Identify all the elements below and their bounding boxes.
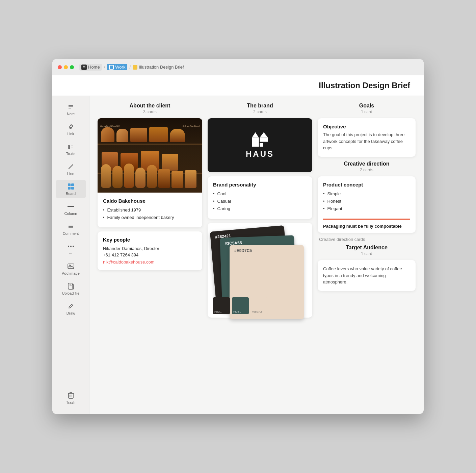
svg-rect-8	[68, 183, 71, 186]
sidebar-item-more[interactable]: ···	[56, 240, 86, 258]
draw-label: Draw	[67, 311, 75, 315]
minimize-button[interactable]	[64, 65, 68, 69]
sidebar-item-todo[interactable]: To-do	[56, 140, 86, 158]
brand-trait-2: Casual	[213, 198, 307, 204]
svg-rect-29	[252, 138, 259, 147]
svg-rect-9	[71, 183, 74, 186]
contact-name: Nikander Damianos, Director	[103, 246, 197, 251]
brief-label[interactable]: Illustration Design Brief	[139, 65, 184, 70]
brand-personality-title: Brand personality	[213, 182, 307, 188]
svg-marker-33	[260, 132, 268, 138]
todo-label: To-do	[66, 152, 76, 156]
work-label[interactable]: Work	[115, 65, 125, 70]
maximize-button[interactable]	[70, 65, 74, 69]
breadcrumb-work[interactable]: Work	[107, 64, 127, 70]
creative-direction-header: Creative direction 2 cards	[318, 161, 416, 172]
page-title-bar: Illustration Design Brief	[52, 75, 424, 96]
client-name: Caldo Bakehouse	[103, 198, 197, 204]
sidebar: Note Link	[52, 96, 89, 414]
color-swatches-card: #282421 #3C5A55 #E9D7C5	[208, 223, 312, 318]
column-header-goals: Goals 1 card	[318, 103, 416, 114]
brief-icon	[133, 65, 137, 70]
packaging-note: Packaging must be fully compostable	[318, 220, 416, 233]
sidebar-item-draw[interactable]: Draw	[56, 299, 86, 318]
target-audience-card: Coffee lovers who value variety of coffe…	[318, 260, 416, 291]
breadcrumb-brief[interactable]: Illustration Design Brief	[133, 65, 184, 70]
svg-rect-30	[260, 138, 268, 142]
column-goals: Goals 1 card Objective The goal of this …	[318, 103, 416, 295]
more-icon	[67, 242, 75, 250]
objective-card: Objective The goal of this project is to…	[318, 118, 416, 157]
product-concept-card: Product concept Simple Honest Elegant Pa…	[318, 176, 416, 233]
brand-trait-1: Cool	[213, 191, 307, 197]
product-concept-label: Product concept	[323, 182, 410, 188]
board-icon	[67, 182, 75, 191]
more-label: ···	[69, 251, 72, 255]
home-label[interactable]: Home	[88, 65, 100, 70]
brand-trait-3: Caring	[213, 206, 307, 212]
objective-text: The goal of this project is to develop t…	[323, 131, 410, 151]
sidebar-item-column[interactable]: Column	[56, 200, 86, 218]
svg-rect-10	[68, 187, 71, 190]
target-audience-title: Target Audience	[318, 245, 416, 251]
app-window: M Home / Work / Illustration Design Brie…	[52, 59, 424, 414]
note-icon	[67, 103, 75, 111]
svg-rect-3	[69, 145, 70, 147]
sidebar-item-comment[interactable]: Comment	[56, 220, 86, 238]
product-concept-2: Honest	[323, 198, 410, 204]
comment-icon	[67, 222, 75, 230]
board-label: Board	[66, 192, 76, 196]
line-icon	[67, 163, 75, 171]
brand-logo-area: HAUS	[208, 118, 312, 172]
sidebar-item-note[interactable]: Note	[56, 100, 86, 119]
draw-icon	[67, 302, 75, 310]
creative-direction-cards-label: Creative direction cards	[318, 237, 416, 242]
contact-email[interactable]: nik@caldobakehouse.com	[103, 259, 155, 265]
close-button[interactable]	[58, 65, 62, 69]
link-label: Link	[67, 132, 74, 136]
sidebar-item-board[interactable]: Board	[56, 180, 86, 198]
client-detail-1: Established 1979	[103, 207, 197, 213]
breadcrumb-sep-1: /	[104, 65, 105, 70]
client-details-list: Established 1979 Family owned independen…	[103, 207, 197, 221]
column-title-about: About the client	[98, 103, 202, 109]
card-count-goals: 1 card	[318, 109, 416, 114]
trash-icon	[67, 391, 75, 399]
target-audience-count: 1 card	[318, 251, 416, 256]
product-concept-content: Product concept Simple Honest Elegant	[318, 176, 416, 219]
comment-label: Comment	[63, 231, 79, 235]
client-info: Caldo Bakehouse Established 1979 Family …	[98, 193, 202, 227]
sidebar-item-link[interactable]: Link	[56, 120, 86, 139]
breadcrumb: M Home / Work / Illustration Design Brie…	[79, 64, 184, 71]
haus-brand-name: HAUS	[246, 149, 274, 159]
column-icon	[67, 202, 75, 210]
traffic-lights	[58, 65, 74, 69]
sidebar-item-upload[interactable]: Upload file	[56, 279, 86, 298]
line-label: Line	[67, 172, 74, 176]
svg-point-16	[68, 246, 69, 247]
column-header-brand: The brand 2 cards	[208, 103, 312, 114]
column-the-brand: The brand 2 cards	[208, 103, 312, 322]
brand-personality-content: Brand personality Cool Casual Caring	[208, 176, 312, 219]
client-photo: HoneySpelt Bread $6 5-Grain Pan Bread	[98, 118, 202, 193]
objective-content: Objective The goal of this project is to…	[318, 118, 416, 157]
trash-label: Trash	[66, 400, 76, 404]
column-about-client: About the client 3 cards	[98, 103, 202, 274]
key-people-content: Key people Nikander Damianos, Director +…	[98, 231, 202, 270]
note-label: Note	[67, 112, 75, 116]
sidebar-trash[interactable]: Trash	[62, 389, 80, 407]
haus-house-icon	[252, 132, 268, 147]
key-people-label: Key people	[103, 237, 197, 243]
breadcrumb-home[interactable]: M Home	[79, 64, 102, 71]
svg-rect-31	[260, 143, 263, 147]
svg-point-18	[73, 246, 74, 247]
link-icon	[67, 123, 75, 131]
svg-rect-5	[69, 147, 70, 149]
upload-label: Upload file	[62, 291, 80, 295]
swatch-label-cream: #E9D7C5	[230, 245, 304, 256]
sidebar-item-line[interactable]: Line	[56, 160, 86, 178]
work-color-icon	[109, 65, 114, 70]
client-photo-card: HoneySpelt Bread $6 5-Grain Pan Bread	[98, 118, 202, 227]
sidebar-item-add-image[interactable]: Add image	[56, 259, 86, 278]
product-concept-1: Simple	[323, 191, 410, 197]
